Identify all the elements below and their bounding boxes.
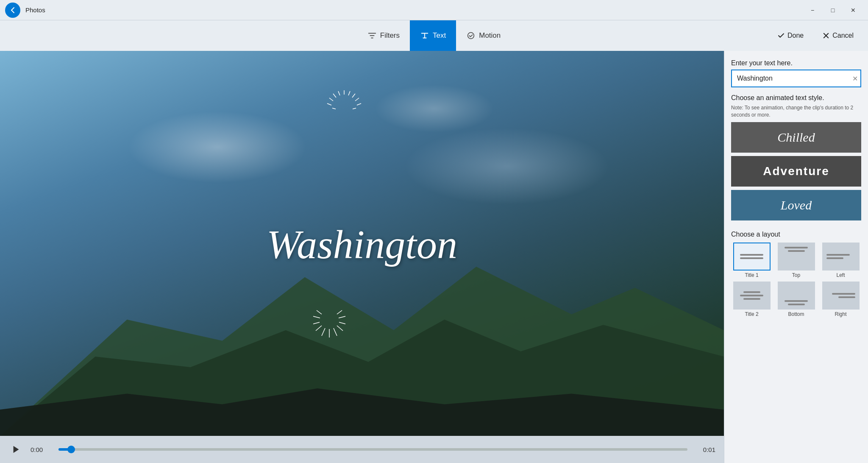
layout-title2[interactable]: Title 2 [731, 282, 772, 317]
done-button[interactable]: Done [773, 29, 808, 42]
close-button[interactable]: ✕ [843, 3, 863, 18]
layout-top-label: Top [792, 272, 800, 278]
play-icon [11, 445, 21, 454]
layout-right-label: Right [835, 311, 846, 317]
text-icon [420, 31, 429, 40]
text-input-clear-button[interactable]: ✕ [852, 75, 858, 83]
progress-bar[interactable] [58, 448, 687, 451]
layout-title1[interactable]: Title 1 [731, 243, 772, 278]
text-input-section: Enter your text here. ✕ [731, 59, 861, 87]
animated-style-title: Choose an animated text style. [731, 94, 861, 102]
done-check-icon [777, 32, 785, 39]
layout-left-label: Left [836, 272, 845, 278]
text-label: Text [433, 31, 446, 40]
layout-title: Choose a layout [731, 231, 861, 238]
layout-bottom-label: Bottom [788, 311, 804, 317]
motion-icon [466, 31, 476, 40]
window-controls: − □ ✕ [803, 3, 863, 18]
done-label: Done [787, 32, 804, 39]
time-current: 0:00 [31, 446, 52, 453]
layout-bottom[interactable]: Bottom [776, 282, 817, 317]
filters-button[interactable]: Filters [357, 20, 410, 51]
cancel-button[interactable]: Cancel [818, 29, 858, 42]
title-bar: Photos − □ ✕ [0, 0, 868, 20]
layout-thumb-bottom [778, 282, 815, 310]
cancel-x-icon [822, 32, 830, 39]
style-loved-label: Loved [781, 198, 812, 212]
video-canvas: Washington [0, 51, 724, 436]
play-button[interactable] [8, 442, 24, 457]
layout-left[interactable]: Left [820, 243, 861, 278]
minimize-button[interactable]: − [803, 3, 822, 18]
maximize-button[interactable]: □ [823, 3, 843, 18]
text-button[interactable]: Text [410, 20, 456, 51]
mountain-overlay [0, 224, 724, 436]
svg-point-0 [468, 33, 474, 39]
layout-thumb-title1 [733, 243, 771, 271]
style-chilled-label: Chilled [777, 130, 815, 145]
cancel-label: Cancel [832, 32, 854, 39]
layout-top[interactable]: Top [776, 243, 817, 278]
text-input-wrapper: ✕ [731, 70, 861, 87]
layout-thumb-left [822, 243, 860, 271]
video-controls: 0:00 0:01 [0, 436, 724, 463]
main-content: Washington 0:00 0:01 Enter your text her… [0, 51, 868, 463]
svg-marker-26 [14, 446, 19, 453]
back-button[interactable] [5, 3, 20, 18]
filters-label: Filters [380, 31, 400, 40]
progress-thumb[interactable] [67, 446, 75, 453]
filters-icon [367, 31, 377, 40]
motion-label: Motion [479, 31, 501, 40]
text-input-field[interactable] [731, 70, 861, 87]
layout-thumb-right [822, 282, 860, 310]
motion-button[interactable]: Motion [456, 20, 511, 51]
layout-thumb-top [778, 243, 815, 271]
style-adventure-label: Adventure [763, 165, 829, 178]
animated-style-note: Note: To see animation, change the clip'… [731, 104, 861, 119]
layout-right[interactable]: Right [820, 282, 861, 317]
right-panel: Enter your text here. ✕ Choose an animat… [724, 51, 868, 463]
text-input-label: Enter your text here. [731, 59, 861, 67]
layout-section: Choose a layout Title 1 Top [731, 231, 861, 317]
layout-title1-label: Title 1 [745, 272, 758, 278]
style-loved-button[interactable]: Loved [731, 190, 861, 220]
animated-style-section: Choose an animated text style. Note: To … [731, 94, 861, 224]
style-chilled-button[interactable]: Chilled [731, 122, 861, 153]
style-adventure-button[interactable]: Adventure [731, 156, 861, 187]
app-title: Photos [25, 6, 45, 14]
layout-title2-label: Title 2 [745, 311, 758, 317]
layout-grid: Title 1 Top Left [731, 243, 861, 317]
layout-thumb-title2 [733, 282, 771, 310]
toolbar-actions: Done Cancel [773, 29, 858, 42]
toolbar: Filters Text Motion Done Cancel [0, 20, 868, 51]
video-area: Washington 0:00 0:01 [0, 51, 724, 463]
time-total: 0:01 [694, 446, 715, 453]
